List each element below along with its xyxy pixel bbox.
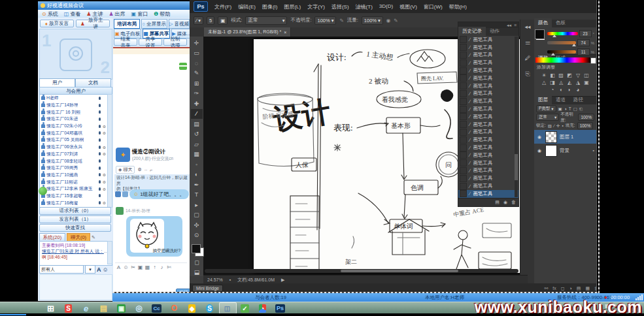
avatar[interactable]: [116, 207, 124, 215]
menu-window[interactable]: ▣窗口: [131, 10, 148, 18]
history-state-row[interactable]: ∕ 画笔工具: [458, 74, 518, 82]
photoshop-icon[interactable]: Ps: [273, 303, 288, 314]
end-share-button[interactable]: 结束共享: [114, 39, 137, 46]
menu-view[interactable]: ◫查看: [64, 10, 81, 18]
font-icon[interactable]: A: [115, 264, 122, 270]
foreground-color-swatch[interactable]: [192, 244, 201, 253]
ps-tool[interactable]: ◌: [191, 58, 203, 69]
skype-icon[interactable]: S: [202, 303, 217, 314]
history-source-checkbox[interactable]: [460, 129, 467, 136]
history-source-checkbox[interactable]: [460, 44, 467, 51]
tab-color[interactable]: 颜色: [534, 18, 552, 27]
history-source-checkbox[interactable]: [460, 183, 467, 190]
attendee-row[interactable]: 慢造工厂15李超敏: [40, 193, 108, 200]
ps-tool[interactable]: ▤: [191, 119, 203, 129]
adjustment-layer-icon[interactable]: ◑: [569, 286, 572, 291]
visibility-eye-icon[interactable]: ◉: [536, 134, 543, 140]
ps-tool[interactable]: ∕: [191, 109, 203, 119]
ps-tool[interactable]: T: [191, 190, 203, 200]
history-state-row[interactable]: ∕ 画笔工具: [458, 129, 518, 136]
video-app-icon[interactable]: ◆: [184, 303, 199, 314]
image-icon[interactable]: ▦: [144, 264, 151, 270]
ps-menu-item[interactable]: 3D(D): [379, 3, 393, 10]
attendee-row[interactable]: 慢造工厂11熙诺 ⚙: [40, 178, 108, 185]
menu-system[interactable]: ⊙系统: [42, 10, 58, 18]
layer-filter-select[interactable]: P类型▾: [536, 105, 556, 112]
history-source-checkbox[interactable]: [460, 74, 467, 82]
menu-attend[interactable]: ♟出席: [109, 10, 125, 18]
attendee-row[interactable]: H老师: [40, 95, 108, 102]
layer-group-icon[interactable]: ▤: [577, 286, 581, 291]
ps-menu-item[interactable]: 文件(F): [214, 3, 231, 10]
attach-icon[interactable]: ✎: [92, 235, 95, 240]
tab-docs[interactable]: 文档: [75, 78, 111, 87]
pressure-size-icon[interactable]: ✎: [394, 18, 398, 24]
delete-state-icon[interactable]: 🗑: [511, 200, 516, 204]
delete-layer-icon[interactable]: 🗑: [594, 286, 597, 291]
new-layer-icon[interactable]: ▦: [585, 286, 590, 291]
avatar[interactable]: [115, 191, 121, 197]
expand-panels-icon[interactable]: ◂◂: [524, 24, 530, 30]
history-source-checkbox[interactable]: [460, 36, 467, 43]
ps-menu-item[interactable]: 编辑(E): [238, 3, 256, 10]
fg-swatch[interactable]: [535, 29, 545, 39]
attendee-row[interactable]: 慢造工厂16梅凝 ⚙: [40, 199, 108, 206]
adjustment-icon[interactable]: ◕: [574, 86, 583, 93]
new-snapshot-icon[interactable]: ◉: [503, 200, 507, 205]
history-state-row[interactable]: ∕ 画笔工具: [458, 174, 518, 182]
adjustment-icon[interactable]: ◮: [574, 79, 583, 86]
brightness-slider[interactable]: [547, 50, 576, 54]
more-dots-icon[interactable]: ··: [144, 168, 148, 172]
saturation-slider[interactable]: [547, 41, 576, 44]
adjustment-icon[interactable]: ◗: [566, 86, 574, 93]
ps-tool[interactable]: ✣: [191, 220, 203, 230]
history-source-checkbox[interactable]: [460, 159, 467, 166]
ps-menu-item[interactable]: 图像(I): [262, 3, 278, 10]
flow-select[interactable]: 100%▾: [362, 16, 383, 25]
history-source-checkbox[interactable]: [460, 151, 467, 159]
sat-value[interactable]: 74: [577, 39, 590, 46]
history-state-row[interactable]: ∕ 画笔工具: [458, 52, 518, 59]
blend-mode-select[interactable]: 正常▾: [536, 114, 559, 121]
attendee-row[interactable]: 慢造工厂05 吴雨桐: [40, 136, 108, 144]
filter-type-icon[interactable]: T: [569, 106, 571, 111]
qq-chat-tab[interactable]: ◈聊天: [116, 166, 135, 174]
panel-menu-icon[interactable]: ≡: [514, 23, 517, 27]
attendee-row[interactable]: 慢造工厂12李米 陈康玉 ⚙: [40, 185, 108, 193]
panel-toggle-icon[interactable]: ▣: [218, 16, 228, 25]
menu-presenter[interactable]: ♟主讲: [86, 10, 103, 18]
history-state-row[interactable]: ∕ 画笔工具: [458, 44, 518, 52]
settings-gear-icon[interactable]: ⚙: [137, 167, 141, 172]
screenshot-icon[interactable]: ✂: [129, 264, 137, 270]
bright-value[interactable]: 11: [577, 48, 590, 55]
give-up-speak-button[interactable]: ♦放弃发言: [40, 20, 74, 27]
tab-channels[interactable]: 通道: [552, 95, 569, 104]
ps-menu-item[interactable]: 滤镜(T): [356, 3, 373, 10]
history-source-checkbox[interactable]: [460, 52, 467, 59]
menu-help[interactable]: ❶帮助: [154, 10, 170, 18]
history-state-row[interactable]: ∕ 画笔工具: [458, 59, 518, 67]
ps-menu-item[interactable]: 帮助(H): [449, 3, 467, 10]
doc-tab[interactable]: 未标题-1 @ 23.8%(图层 1, RGB/8) * ×: [204, 27, 291, 37]
opera-icon[interactable]: O: [167, 303, 182, 314]
history-state-row[interactable]: ∕ 画笔工具: [458, 167, 518, 175]
history-state-row[interactable]: ∕ 画笔工具: [458, 82, 518, 90]
history-source-checkbox[interactable]: [460, 167, 467, 174]
history-source-checkbox[interactable]: [460, 190, 467, 197]
tab-actions[interactable]: 动作: [486, 27, 503, 36]
layer-row-1[interactable]: ◉ 图层 1: [534, 130, 596, 144]
history-source-checkbox[interactable]: [460, 175, 467, 182]
attendee-row[interactable]: 慢造工厂04邓嘉琪 ⚙: [40, 129, 108, 136]
emoji-icon[interactable]: ☺: [103, 266, 109, 273]
recipient-select[interactable]: 所有人: [39, 265, 84, 274]
ps-tool[interactable]: ↺: [191, 129, 203, 140]
history-source-checkbox[interactable]: [460, 98, 467, 105]
ps-menu-item[interactable]: 窗口(W): [424, 3, 443, 10]
ps-tool[interactable]: ✑: [191, 89, 203, 99]
pressure-opacity-icon[interactable]: ✎: [339, 18, 343, 24]
ps-tool[interactable]: ✎: [191, 69, 203, 79]
close-icon[interactable]: ×: [284, 30, 286, 35]
adjustment-icon[interactable]: ◬: [557, 79, 566, 86]
tab-paths[interactable]: 路径: [569, 95, 587, 104]
brush-presets-icon[interactable]: 🖉: [525, 55, 531, 61]
